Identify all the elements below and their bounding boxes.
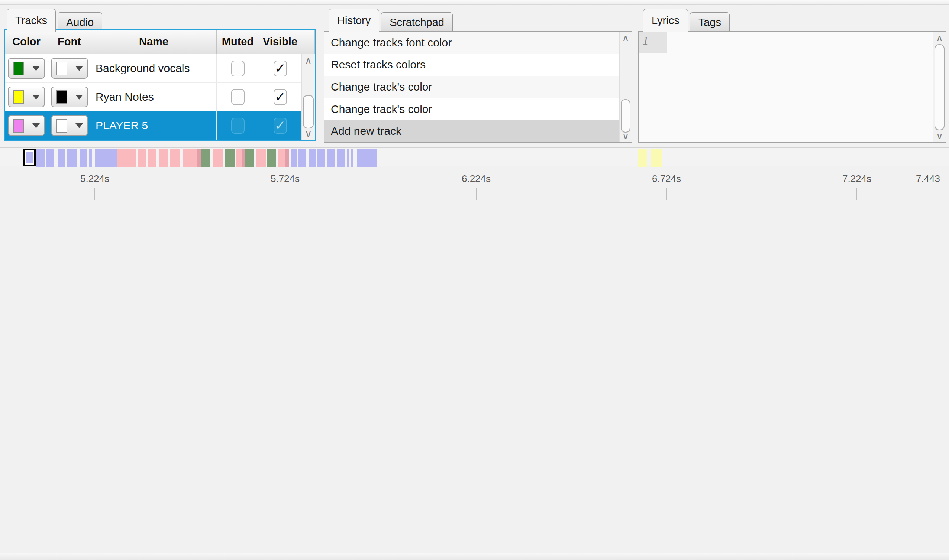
scroll-down-icon[interactable]: ∨: [934, 129, 946, 142]
timeline-segment: [201, 149, 210, 167]
tab-tracks[interactable]: Tracks: [7, 9, 56, 32]
timeline-segment: [89, 149, 92, 167]
timeline-segment: [245, 149, 254, 167]
track-visible-cell: ✓: [259, 111, 301, 140]
timeline-cursor[interactable]: [23, 149, 36, 166]
timeline-segment: [267, 149, 276, 167]
lyrics-editor[interactable]: 1∧∨: [638, 31, 946, 143]
time-label: 7.224s: [842, 173, 871, 185]
time-label: 6.224s: [462, 173, 491, 185]
chevron-down-icon: [32, 123, 40, 128]
track-name-cell[interactable]: Ryan Notes: [91, 83, 217, 111]
history-item[interactable]: Change track's color: [324, 76, 631, 98]
timeline-segment: [278, 149, 285, 167]
time-ruler-tick: [476, 188, 477, 200]
timeline-segment: [350, 149, 353, 167]
lyrics-text[interactable]: [668, 33, 931, 141]
track-name-cell[interactable]: Background vocals: [91, 54, 217, 82]
track-muted-cell: [217, 54, 259, 82]
track-font-cell: [48, 54, 91, 82]
muted-checkbox[interactable]: [231, 89, 245, 105]
track-font-color-dropdown[interactable]: [51, 115, 88, 136]
visible-checkbox[interactable]: ✓: [273, 89, 287, 105]
tab-tags[interactable]: Tags: [690, 12, 730, 32]
timeline-segment: [67, 149, 77, 167]
track-color-cell: [5, 83, 48, 111]
timeline-segment: [309, 149, 316, 167]
timeline-segment: [292, 149, 297, 167]
timeline-segment: [80, 149, 87, 167]
history-list: Change tracks font colorReset tracks col…: [324, 31, 632, 143]
track-font-color-dropdown[interactable]: [51, 86, 88, 107]
track-row[interactable]: Background vocals✓: [5, 54, 315, 83]
window-top-strip: [0, 0, 949, 5]
time-ruler-tick: [94, 188, 95, 200]
window-bottom-strip: [0, 553, 949, 560]
timeline-segment: [148, 149, 156, 167]
history-item[interactable]: Change track's color: [324, 98, 631, 120]
tracks-table: ColorFontNameMutedVisibleBackground voca…: [4, 29, 316, 141]
scroll-thumb[interactable]: [621, 99, 630, 132]
visible-checkbox[interactable]: ✓: [273, 60, 287, 77]
song-timeline[interactable]: [0, 147, 949, 166]
visible-checkbox[interactable]: ✓: [273, 118, 287, 134]
tracks-table-scrollbar[interactable]: ∧∨: [301, 54, 315, 140]
timeline-segment: [298, 149, 306, 167]
scroll-thumb[interactable]: [935, 44, 944, 130]
scroll-down-icon[interactable]: ∨: [302, 128, 315, 140]
timeline-segment: [638, 149, 647, 167]
line-number: 1: [639, 32, 667, 54]
history-item[interactable]: Reset tracks colors: [324, 54, 631, 76]
timeline-segment: [285, 149, 289, 167]
time-label: 5.724s: [271, 173, 299, 185]
timeline-segment: [58, 149, 65, 167]
timeline-segment: [182, 149, 197, 167]
chevron-down-icon: [76, 66, 83, 71]
track-color-dropdown[interactable]: [8, 58, 45, 79]
tab-scratchpad[interactable]: Scratchpad: [381, 12, 453, 32]
chevron-down-icon: [32, 66, 40, 71]
track-row[interactable]: Ryan Notes✓: [5, 83, 315, 111]
scroll-thumb[interactable]: [303, 95, 314, 128]
lyrics-panel-tabs: LyricsTags: [643, 9, 731, 32]
timeline-segment: [347, 149, 349, 167]
column-header-visible: Visible: [259, 30, 301, 54]
scroll-up-icon[interactable]: ∧: [934, 32, 946, 44]
time-label: 6.724s: [652, 173, 681, 185]
time-label: 5.224s: [80, 173, 109, 185]
chevron-down-icon: [76, 123, 83, 128]
column-header-name: Name: [91, 30, 217, 54]
column-header-spacer: [301, 30, 315, 54]
time-ruler-tick: [666, 188, 667, 200]
track-name-cell[interactable]: PLAYER 5: [91, 111, 217, 140]
track-font-color-dropdown[interactable]: [51, 58, 88, 79]
track-color-cell: [5, 54, 48, 82]
scroll-up-icon[interactable]: ∧: [620, 32, 631, 44]
muted-checkbox[interactable]: [231, 118, 245, 134]
font-color-swatch: [56, 90, 67, 104]
track-color-dropdown[interactable]: [8, 86, 45, 107]
timeline-segment: [36, 149, 45, 167]
tracks-table-header: ColorFontNameMutedVisible: [5, 30, 315, 54]
muted-checkbox[interactable]: [231, 60, 245, 77]
track-color-dropdown[interactable]: [8, 115, 45, 136]
history-scrollbar[interactable]: ∧∨: [619, 32, 631, 142]
timeline-segment: [357, 149, 377, 167]
scroll-up-icon[interactable]: ∧: [302, 54, 315, 67]
timeline-segment: [117, 149, 136, 167]
timeline-segment: [236, 149, 242, 167]
lyrics-scrollbar[interactable]: ∧∨: [933, 32, 946, 142]
history-panel-tabs: HistoryScratchpad: [329, 9, 455, 32]
column-header-color: Color: [5, 30, 48, 54]
column-header-muted: Muted: [217, 30, 259, 54]
chevron-down-icon: [32, 95, 40, 100]
history-item[interactable]: Change tracks font color: [324, 32, 631, 54]
track-row[interactable]: PLAYER 5✓: [5, 111, 315, 140]
track-color-cell: [5, 111, 48, 140]
history-item[interactable]: Add new track: [324, 120, 631, 142]
tab-lyrics[interactable]: Lyrics: [643, 9, 688, 32]
color-swatch: [13, 62, 24, 75]
tab-history[interactable]: History: [329, 9, 379, 32]
track-font-cell: [48, 83, 91, 111]
time-ruler-tick: [856, 188, 857, 200]
